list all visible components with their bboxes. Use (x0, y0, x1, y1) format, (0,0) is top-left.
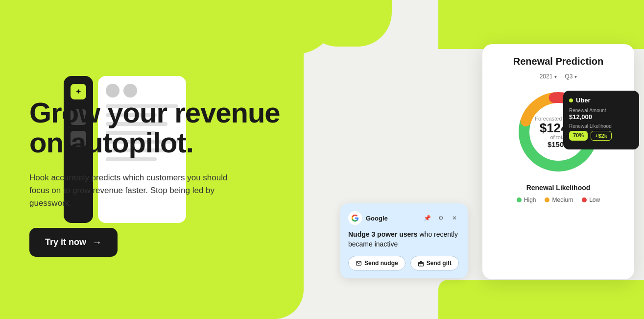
content-circles (106, 84, 178, 98)
nudge-pin-button[interactable]: 📌 (422, 213, 432, 223)
hero-description: Hook accurately predicts which customers… (29, 172, 245, 210)
uber-renewal-amount: Renewal Amount $12,000 (569, 108, 633, 121)
uber-tooltip-card: Uber Renewal Amount $12,000 Renewal Like… (563, 91, 639, 149)
send-gift-button[interactable]: Send gift (410, 256, 459, 270)
quarter-chevron-icon: ▾ (574, 74, 577, 79)
hero-title: Grow your revenue on autopilot. (29, 98, 280, 158)
uber-status-dot (569, 98, 573, 102)
send-nudge-button[interactable]: Send nudge (348, 256, 405, 270)
green-top-right-bg (438, 0, 644, 49)
low-dot (582, 197, 587, 202)
likelihood-value-badge: +$2k (591, 131, 612, 141)
nudge-close-button[interactable]: ✕ (449, 213, 460, 223)
circle-2 (123, 84, 137, 98)
high-dot (517, 197, 522, 202)
try-it-now-button[interactable]: Try it now → (29, 228, 118, 257)
likelihood-percent-badge: 70% (569, 131, 588, 141)
circle-1 (106, 84, 119, 98)
uber-header: Uber (569, 97, 633, 104)
nudge-message: Nudge 3 power users who recently became … (348, 230, 460, 249)
uber-renewal-likelihood: Renewal Likelihood 70% +$2k (569, 123, 633, 141)
legend-low: Low (582, 196, 600, 203)
quarter-filter[interactable]: Q3 ▾ (565, 73, 577, 80)
google-nudge-card: Google 📌 ⚙ ✕ Nudge 3 power users who rec… (340, 203, 468, 278)
uber-likelihood-badges: 70% +$2k (569, 131, 633, 141)
renewal-prediction-card: Renewal Prediction 2021 ▾ Q3 ▾ Forecaste… (482, 44, 634, 279)
hero-content: Grow your revenue on autopilot. Hook acc… (29, 98, 280, 257)
renewal-filters: 2021 ▾ Q3 ▾ (494, 73, 622, 80)
nudge-logo-area: Google (348, 211, 388, 225)
cta-arrow-icon: → (92, 237, 102, 248)
year-filter[interactable]: 2021 ▾ (540, 73, 557, 80)
nudge-settings-button[interactable]: ⚙ (435, 213, 446, 223)
renewal-likelihood-title: Renewal Likelihood (494, 184, 622, 192)
legend-high: High (517, 196, 536, 203)
legend-medium: Medium (545, 196, 573, 203)
year-chevron-icon: ▾ (554, 74, 557, 79)
nudge-header: Google 📌 ⚙ ✕ (348, 211, 460, 225)
medium-dot (545, 197, 549, 202)
nudge-company-name: Google (366, 215, 388, 222)
blob-shape-2 (304, 0, 392, 47)
likelihood-legend: High Medium Low (494, 196, 622, 203)
renewal-card-title: Renewal Prediction (494, 56, 622, 67)
google-logo-icon (348, 211, 362, 225)
nudge-controls: 📌 ⚙ ✕ (422, 213, 460, 223)
nudge-actions: Send nudge Send gift (348, 256, 460, 270)
green-bottom-right-bg (438, 280, 644, 319)
